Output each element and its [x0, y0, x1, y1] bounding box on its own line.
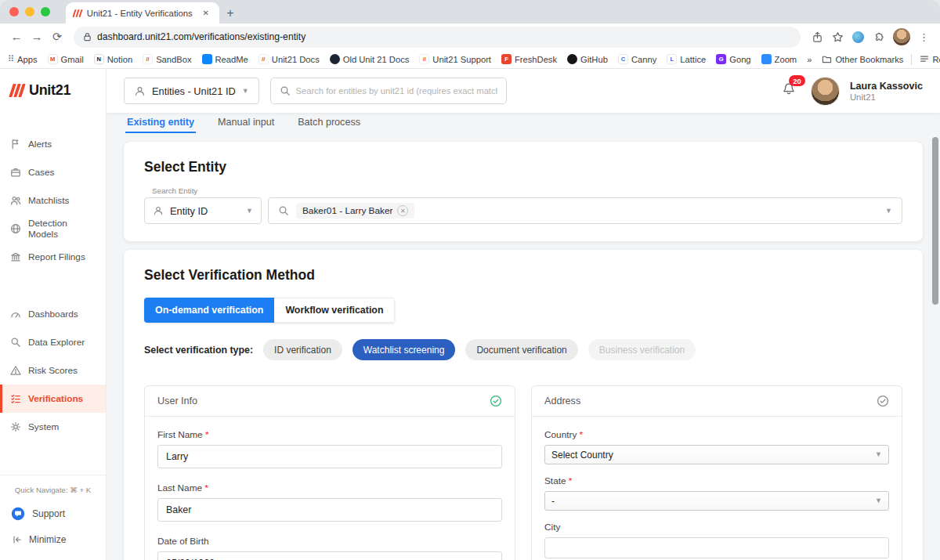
- unit21-logo[interactable]: Unit21: [0, 69, 106, 105]
- selected-entity-chip[interactable]: Baker01 - Larry Baker ✕: [296, 203, 414, 219]
- app-header: Entities - Unit21 ID ▼ 20: [107, 69, 940, 113]
- sidebar-item-system[interactable]: System: [0, 413, 106, 441]
- check-circle-icon: [877, 395, 889, 407]
- entity-id-dropdown[interactable]: Entity ID ▼: [144, 197, 262, 224]
- bookmark-lattice[interactable]: LLattice: [667, 54, 706, 64]
- tab-manual-input[interactable]: Manual input: [216, 113, 276, 133]
- extension-icon[interactable]: [852, 31, 864, 43]
- tab-existing-entity[interactable]: Existing entity: [125, 113, 196, 133]
- bookmark-canny[interactable]: CCanny: [618, 54, 656, 64]
- entity-search-select[interactable]: Baker01 - Larry Baker ✕ ▼: [268, 197, 902, 224]
- sandbox-favicon: //: [143, 54, 153, 64]
- gear-icon: [10, 421, 21, 432]
- dob-input[interactable]: [157, 551, 502, 560]
- bookmark-notion[interactable]: NNotion: [94, 54, 132, 64]
- fullscreen-window-button[interactable]: [41, 7, 50, 16]
- sidebar-item-alerts[interactable]: Alerts: [0, 130, 106, 158]
- page-scrollbar[interactable]: [931, 69, 939, 560]
- bookmark-star-icon[interactable]: [832, 31, 844, 43]
- bookmark-zoom[interactable]: Zoom: [761, 54, 797, 64]
- browser-toolbar: ← → ⟳ dashboard.unit21.com/verifications…: [0, 23, 940, 50]
- first-name-input[interactable]: [157, 445, 502, 468]
- pill-document-verification[interactable]: Document verification: [465, 339, 577, 360]
- last-name-input[interactable]: [157, 498, 502, 522]
- state-select[interactable]: - ▼: [544, 491, 889, 511]
- sidebar-item-cases[interactable]: Cases: [0, 158, 106, 186]
- browser-window: Unit21 - Entity Verifications ✕ + ← → ⟳ …: [0, 0, 940, 560]
- bookmarks-overflow-chevron[interactable]: »: [807, 55, 812, 64]
- unit21-app: Unit21 Alerts Cases Matchlists Detectio: [0, 69, 940, 560]
- apps-grid-icon: ⠿: [8, 54, 14, 64]
- support-button[interactable]: Support: [0, 500, 106, 526]
- warning-triangle-icon: [10, 365, 21, 376]
- sidebar-item-risk-scores[interactable]: Risk Scores: [0, 356, 106, 385]
- on-demand-verification-button[interactable]: On-demand verification: [144, 298, 274, 323]
- browser-menu-icon[interactable]: ⋮: [919, 31, 929, 43]
- canny-favicon: C: [618, 54, 628, 64]
- people-icon: [10, 195, 21, 206]
- scrollbar-thumb[interactable]: [932, 137, 938, 305]
- check-circle-icon: [490, 395, 502, 407]
- sidebar-item-detection-models[interactable]: Detection Models: [0, 215, 106, 243]
- apps-shortcut[interactable]: ⠿ Apps: [8, 54, 38, 64]
- close-window-button[interactable]: [9, 7, 19, 16]
- last-name-label: Last Name *: [157, 482, 502, 493]
- back-icon[interactable]: ←: [6, 27, 27, 47]
- pill-watchlist-screening[interactable]: Watchlist screening: [352, 339, 456, 360]
- sidebar-item-data-explorer[interactable]: Data Explorer: [0, 328, 106, 356]
- flag-icon: [10, 139, 21, 150]
- global-search[interactable]: [270, 78, 507, 104]
- new-tab-button[interactable]: +: [219, 2, 241, 23]
- tab-batch-process[interactable]: Batch process: [296, 113, 362, 133]
- bookmark-sandbox[interactable]: //SandBox: [143, 54, 191, 64]
- sidebar-item-report-filings[interactable]: Report Filings: [0, 243, 106, 271]
- tab-close-icon[interactable]: ✕: [201, 7, 212, 19]
- bookmark-gmail[interactable]: MGmail: [48, 54, 84, 64]
- minimize-sidebar-button[interactable]: Minimize: [0, 526, 106, 552]
- gmail-favicon: M: [48, 54, 58, 64]
- browser-tab[interactable]: Unit21 - Entity Verifications ✕: [66, 2, 219, 23]
- sidebar-item-verifications[interactable]: Verifications: [0, 385, 106, 413]
- share-icon[interactable]: [812, 31, 823, 43]
- workflow-verification-button[interactable]: Workflow verification: [274, 298, 395, 323]
- pill-id-verification[interactable]: ID verification: [263, 339, 342, 360]
- folder-icon: [822, 55, 832, 63]
- bookmark-unit21-support[interactable]: //Unit21 Support: [419, 54, 491, 64]
- browser-profile-avatar[interactable]: [893, 28, 910, 45]
- notion-favicon: N: [94, 54, 104, 64]
- entity-scope-dropdown[interactable]: Entities - Unit21 ID ▼: [124, 78, 259, 104]
- notifications-button[interactable]: 20: [782, 82, 796, 99]
- bookmark-unit21-docs[interactable]: //Unit21 Docs: [258, 54, 320, 64]
- bookmark-freshdesk[interactable]: FFreshDesk: [501, 54, 557, 64]
- user-meta[interactable]: Laura Kassovic Unit21: [850, 81, 923, 102]
- bookmark-old-unit21-docs[interactable]: Old Unit 21 Docs: [330, 54, 410, 64]
- reading-list[interactable]: Reading List: [920, 55, 940, 64]
- other-bookmarks[interactable]: Other Bookmarks: [822, 55, 903, 64]
- notification-badge: 20: [789, 75, 805, 86]
- required-marker: *: [580, 429, 584, 440]
- country-select[interactable]: Select Country ▼: [544, 445, 889, 464]
- verification-method-title: Select Verification Method: [144, 267, 902, 284]
- extensions-puzzle-icon[interactable]: [873, 31, 884, 43]
- forward-icon[interactable]: →: [27, 27, 47, 47]
- sidebar-item-dashboards[interactable]: Dashboards: [0, 300, 106, 328]
- github-favicon: [567, 54, 577, 64]
- bookmark-github[interactable]: GitHub: [567, 54, 608, 64]
- remove-chip-icon[interactable]: ✕: [397, 205, 408, 216]
- bookmark-readme[interactable]: ReadMe: [202, 54, 248, 64]
- pill-business-verification[interactable]: Business verification: [588, 339, 696, 360]
- reload-icon[interactable]: ⟳: [47, 27, 67, 47]
- global-search-input[interactable]: [296, 86, 497, 96]
- user-avatar[interactable]: [811, 77, 840, 106]
- sidebar-section-gap: [0, 271, 106, 300]
- city-input[interactable]: [544, 537, 889, 558]
- verification-mode-toggle: On-demand verification Workflow verifica…: [144, 298, 395, 323]
- address-bar[interactable]: dashboard.unit21.com/verifications/exist…: [74, 27, 801, 48]
- search-icon: [278, 205, 289, 216]
- sidebar-item-matchlists[interactable]: Matchlists: [0, 186, 106, 215]
- chevron-down-icon: ▼: [875, 451, 882, 458]
- bookmark-gong[interactable]: GGong: [716, 54, 750, 64]
- user-org: Unit21: [850, 92, 923, 102]
- address-panel: Address Country * Select Country: [531, 385, 902, 560]
- minimize-window-button[interactable]: [25, 7, 34, 16]
